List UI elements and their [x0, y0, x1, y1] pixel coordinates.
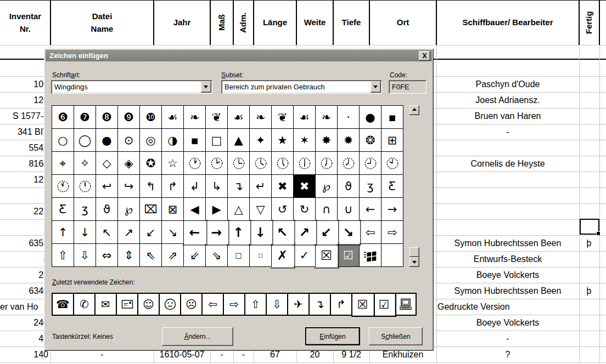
char-cell[interactable]: ↻: [294, 198, 316, 221]
char-cell[interactable]: ☒: [315, 242, 339, 268]
char-cell[interactable]: ◯: [74, 129, 96, 152]
cell-schiffbauer[interactable]: Boeye Volckerts: [437, 267, 578, 283]
char-cell[interactable]: ⊠: [162, 198, 184, 221]
char-cell[interactable]: ✧: [74, 152, 96, 175]
recent-char-cell[interactable]: ↴: [310, 294, 331, 316]
char-cell[interactable]: ⌖: [52, 152, 74, 175]
char-cell[interactable]: Ƹ: [52, 198, 74, 221]
cell-inventar-nr[interactable]: 5542: [0, 140, 48, 156]
char-cell[interactable]: ▽: [250, 198, 272, 221]
char-cell[interactable]: ↓: [74, 221, 96, 244]
code-field[interactable]: F0FE: [389, 80, 427, 94]
char-cell[interactable]: ⇧: [52, 244, 74, 267]
cell-inventar-nr[interactable]: 28: [0, 267, 48, 283]
recent-char-cell[interactable]: ⇨: [224, 294, 245, 316]
recent-char-cell[interactable]: ⇧: [245, 294, 267, 316]
char-cell[interactable]: ☑: [338, 244, 360, 267]
clock4-icon[interactable]: [250, 152, 272, 175]
clock2-icon[interactable]: [206, 152, 228, 175]
cell-cursor[interactable]: [580, 219, 599, 235]
char-cell[interactable]: ☙: [228, 106, 250, 129]
font-combobox[interactable]: Wingdings: [51, 80, 212, 94]
char-cell[interactable]: ▲: [228, 129, 250, 152]
column-header[interactable]: Tiefe: [333, 1, 369, 45]
column-header[interactable]: Datei Name: [50, 1, 154, 45]
char-cell[interactable]: ▪: [381, 106, 403, 129]
clock1-icon[interactable]: [184, 152, 206, 175]
cell-fertig[interactable]: þ: [580, 283, 598, 299]
scroll-up-button[interactable]: [409, 105, 419, 115]
char-cell[interactable]: ↓: [249, 219, 273, 245]
char-cell[interactable]: ⇦: [360, 221, 381, 244]
char-cell[interactable]: ●: [360, 106, 381, 129]
char-cell[interactable]: ⇔: [96, 244, 118, 267]
char-cell[interactable]: ◑: [162, 129, 184, 152]
char-cell[interactable]: →: [205, 219, 229, 245]
change-button[interactable]: Ändern...: [162, 327, 233, 346]
char-cell[interactable]: Ƹ: [381, 175, 403, 198]
char-cell[interactable]: ⇕: [118, 244, 140, 267]
scroll-down-button[interactable]: [409, 257, 419, 267]
cell-inventar-nr[interactable]: S 1577-8: [0, 108, 48, 124]
column-header[interactable]: Adm.: [233, 1, 254, 45]
column-header[interactable]: Ort: [369, 1, 436, 45]
clock5-icon[interactable]: [272, 152, 294, 175]
char-cell[interactable]: ○: [52, 129, 74, 152]
char-cell[interactable]: ★: [272, 129, 294, 152]
char-cell[interactable]: □: [250, 244, 272, 267]
char-cell[interactable]: ↺: [272, 198, 294, 221]
char-cell[interactable]: ↖: [96, 221, 118, 244]
char-cell[interactable]: ↴: [228, 175, 250, 198]
char-cell[interactable]: ❦: [206, 106, 228, 129]
recent-char-cell[interactable]: ☒: [351, 293, 375, 317]
cell-schiffbauer[interactable]: ?: [437, 346, 578, 362]
clock8-icon[interactable]: [338, 152, 360, 175]
char-cell[interactable]: ✶: [294, 129, 316, 152]
char-cell[interactable]: ⇖: [140, 244, 162, 267]
cell-inventar-nr[interactable]: 221: [0, 203, 48, 219]
char-cell[interactable]: ↱: [162, 175, 184, 198]
char-cell[interactable]: ⇨: [381, 221, 403, 244]
cell-inventar-nr[interactable]: 6355: [0, 235, 48, 251]
char-cell[interactable]: ⊙: [118, 129, 140, 152]
char-cell[interactable]: ✖: [272, 175, 294, 198]
clock3-icon[interactable]: [228, 152, 250, 175]
char-cell[interactable]: ⇩: [74, 244, 96, 267]
char-cell[interactable]: ⌧: [140, 198, 162, 221]
char-cell[interactable]: ❾: [118, 106, 140, 129]
char-cell[interactable]: ⇙: [184, 244, 206, 267]
char-cell[interactable]: ⊞: [381, 129, 403, 152]
column-header[interactable]: Schiffbauer/ Bearbeiter: [436, 1, 579, 45]
char-cell[interactable]: ❧: [250, 106, 272, 129]
cell-schiffbauer[interactable]: Bruen van Haren: [437, 108, 578, 124]
char-cell[interactable]: ϑ: [96, 198, 118, 221]
scrollbar-thumb[interactable]: [409, 247, 419, 257]
char-cell[interactable]: ↗: [118, 221, 140, 244]
char-cell[interactable]: ʒ: [74, 198, 96, 221]
cell-inventar[interactable]: 140: [0, 346, 48, 362]
char-cell[interactable]: ϑ: [338, 175, 360, 198]
cell-fertig[interactable]: þ: [580, 235, 598, 251]
char-cell[interactable]: ❻: [52, 106, 74, 129]
char-cell[interactable]: ↪: [118, 175, 140, 198]
char-cell[interactable]: ↗: [293, 219, 317, 245]
column-header[interactable]: Jahr: [154, 1, 210, 45]
mail-icon[interactable]: [117, 294, 138, 316]
char-cell[interactable]: ⇗: [162, 244, 184, 267]
char-cell[interactable]: ←: [360, 198, 381, 221]
clock12-icon[interactable]: [74, 175, 96, 198]
char-cell[interactable]: ←: [183, 219, 207, 245]
char-cell[interactable]: ✓: [294, 244, 316, 267]
char-cell[interactable]: ↩: [96, 175, 118, 198]
char-cell[interactable]: ↘: [162, 221, 184, 244]
computer-icon[interactable]: [395, 294, 417, 316]
char-cell[interactable]: ʒ: [360, 175, 381, 198]
char-cell[interactable]: ↘: [336, 219, 361, 245]
char-cell[interactable]: ❧: [316, 106, 338, 129]
column-header[interactable]: Inventar Nr.: [0, 1, 50, 45]
recent-char-cell[interactable]: ⇦: [203, 294, 224, 316]
cell-inventar-nr[interactable]: 6346: [0, 283, 48, 299]
char-cell[interactable]: ∩: [316, 198, 338, 221]
char-cell[interactable]: □: [206, 129, 228, 152]
clock9-icon[interactable]: [360, 152, 381, 175]
